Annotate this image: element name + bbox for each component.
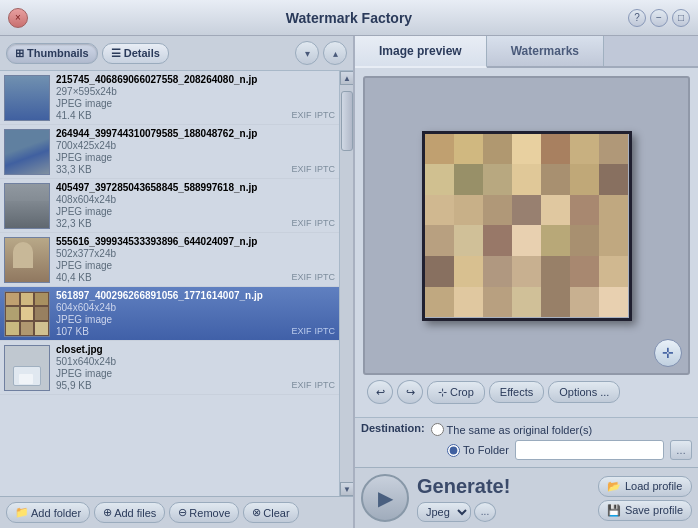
undo-button[interactable]: ↩ [367,380,393,404]
file-dimensions: 297×595x24b [56,86,335,97]
options-button[interactable]: Options ... [548,381,620,403]
close-button[interactable]: × [8,8,28,28]
iptc-tag[interactable]: IPTC [314,326,335,336]
to-folder-radio[interactable] [447,444,460,457]
iptc-tag[interactable]: IPTC [314,110,335,120]
add-folder-button[interactable]: 📁 Add folder [6,502,90,523]
add-files-label: Add files [114,507,156,519]
list-item[interactable]: 555616_399934533393896_644024097_n.jp 50… [0,233,339,287]
save-profile-button[interactable]: 💾 Save profile [598,500,692,521]
view-toolbar: ⊞ Thumbnails ☰ Details ▾ ▴ [0,36,353,71]
file-name: 405497_397285043658845_588997618_n.jp [56,182,335,193]
file-type: JPEG image [56,314,335,325]
add-folder-label: Add folder [31,507,81,519]
destination-row-2: To Folder … [361,440,692,460]
details-view-button[interactable]: ☰ Details [102,43,169,64]
exif-tag[interactable]: EXIF [291,164,311,174]
preview-nav-button[interactable]: ✛ [654,339,682,367]
file-type: JPEG image [56,206,335,217]
scroll-down-arrow[interactable]: ▼ [340,482,353,496]
file-info: 264944_399744310079585_188048762_n.jp 70… [56,128,335,175]
load-profile-button[interactable]: 📂 Load profile [598,476,692,497]
file-name: 561897_400296266891056_1771614007_n.jp [56,290,335,301]
preview-box: ✛ [363,76,690,375]
x-icon: ⊗ [252,506,261,519]
exif-tag[interactable]: EXIF [291,326,311,336]
exif-tag[interactable]: EXIF [291,272,311,282]
app-title: Watermark Factory [286,10,412,26]
right-panel: Image preview Watermarks [355,36,698,528]
play-icon: ▶ [378,486,393,510]
file-size: 40,4 KB [56,272,92,283]
redo-button[interactable]: ↪ [397,380,423,404]
effects-button[interactable]: Effects [489,381,544,403]
crop-icon: ⊹ [438,386,447,399]
scroll-up-arrow[interactable]: ▲ [340,71,353,85]
exif-tag[interactable]: EXIF [291,380,311,390]
options-label: Options ... [559,386,609,398]
details-label: Details [124,47,160,59]
destination-label: Destination: [361,422,425,434]
file-thumbnail [4,183,50,229]
nav-up-button[interactable]: ▴ [323,41,347,65]
tab-image-preview[interactable]: Image preview [355,36,487,68]
maximize-button[interactable]: □ [672,9,690,27]
clear-button[interactable]: ⊗ Clear [243,502,298,523]
play-button[interactable]: ▶ [361,474,409,522]
iptc-tag[interactable]: IPTC [314,272,335,282]
tab-watermarks[interactable]: Watermarks [487,36,604,66]
file-size: 41.4 KB [56,110,92,121]
iptc-tag[interactable]: IPTC [314,380,335,390]
file-dimensions: 501x640x24b [56,356,335,367]
file-dimensions: 502x377x24b [56,248,335,259]
list-item[interactable]: 264944_399744310079585_188048762_n.jp 70… [0,125,339,179]
file-thumbnail [4,345,50,391]
same-folder-radio-label[interactable]: The same as original folder(s) [431,423,593,436]
nav-down-button[interactable]: ▾ [295,41,319,65]
iptc-tag[interactable]: IPTC [314,218,335,228]
file-meta-row: 107 KB EXIF IPTC [56,325,335,337]
minimize-button[interactable]: − [650,9,668,27]
file-type: JPEG image [56,98,335,109]
file-thumbnail [4,129,50,175]
browse-button[interactable]: … [670,440,692,460]
file-size: 95,9 KB [56,380,92,391]
help-button[interactable]: ? [628,9,646,27]
thumbnails-view-button[interactable]: ⊞ Thumbnails [6,43,98,64]
remove-button[interactable]: ⊖ Remove [169,502,239,523]
exif-tag[interactable]: EXIF [291,218,311,228]
window-controls: ? − □ [628,9,690,27]
list-item[interactable]: 215745_406869066027558_208264080_n.jp 29… [0,71,339,125]
file-info: 405497_397285043658845_588997618_n.jp 40… [56,182,335,229]
file-list-container: 215745_406869066027558_208264080_n.jp 29… [0,71,353,496]
exif-tag[interactable]: EXIF [291,110,311,120]
same-folder-text: The same as original folder(s) [447,424,593,436]
crop-button[interactable]: ⊹ Crop [427,381,485,404]
scrollbar[interactable]: ▲ ▼ [339,71,353,496]
iptc-tag[interactable]: IPTC [314,164,335,174]
same-folder-radio[interactable] [431,423,444,436]
load-profile-label: Load profile [625,480,683,492]
list-item[interactable]: 405497_397285043658845_588997618_n.jp 40… [0,179,339,233]
generate-section: ▶ Generate! Jpeg PNG GIF BMP ... [355,467,698,528]
folder-path-input[interactable] [515,440,664,460]
file-info: 555616_399934533393896_644024097_n.jp 50… [56,236,335,283]
plus-icon: ⊕ [103,506,112,519]
tool-row: ↩ ↪ ⊹ Crop Effects Options ... [363,375,690,409]
list-item[interactable]: closet.jpg 501x640x24b JPEG image 95,9 K… [0,341,339,395]
list-item[interactable]: 561897_400296266891056_1771614007_n.jp 6… [0,287,339,341]
file-meta-row: 40,4 KB EXIF IPTC [56,271,335,283]
format-select[interactable]: Jpeg PNG GIF BMP [417,502,471,522]
image-preview [422,131,632,321]
grid-icon: ⊞ [15,47,24,60]
scrollbar-thumb[interactable] [341,91,353,151]
file-name: 555616_399934533393896_644024097_n.jp [56,236,335,247]
exif-iptc-row: EXIF IPTC [291,326,335,336]
left-panel: ⊞ Thumbnails ☰ Details ▾ ▴ 215745_406869… [0,36,355,528]
format-options-button[interactable]: ... [474,502,496,522]
file-thumbnail [4,291,50,337]
exif-iptc-row: EXIF IPTC [291,272,335,282]
file-list: 215745_406869066027558_208264080_n.jp 29… [0,71,339,496]
to-folder-radio-label[interactable]: To Folder [447,444,509,457]
add-files-button[interactable]: ⊕ Add files [94,502,165,523]
